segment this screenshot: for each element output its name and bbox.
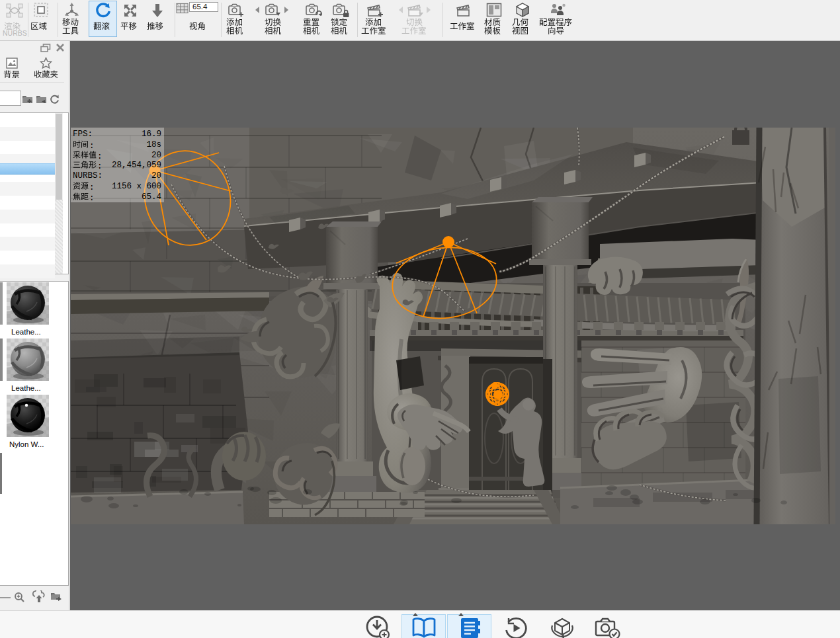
svg-text::: :: [89, 141, 94, 149]
svg-text::: :: [89, 193, 94, 202]
svg-text::: :: [97, 162, 102, 171]
svg-text::: :: [89, 183, 94, 192]
svg-text::: :: [97, 151, 102, 160]
